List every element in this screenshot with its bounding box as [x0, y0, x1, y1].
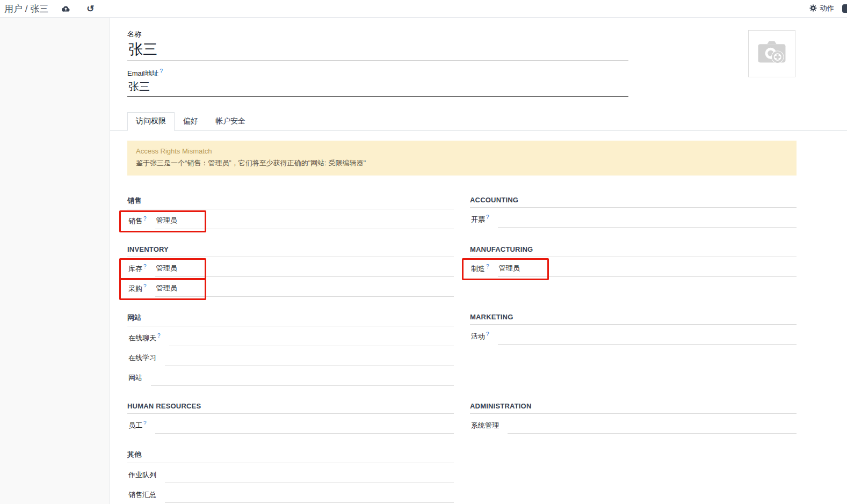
help-icon[interactable]: ? [486, 214, 489, 220]
undo-icon: ↺ [86, 4, 94, 13]
section-title: MARKETING [470, 313, 797, 325]
access-field-row: 活动? [470, 328, 797, 345]
field-value-select[interactable] [498, 214, 797, 228]
field-value-select[interactable]: 管理员 [498, 264, 797, 277]
cloud-upload-icon [61, 5, 70, 12]
field-label: 系统管理 [470, 421, 499, 434]
section-title: HUMAN RESOURCES [127, 402, 454, 414]
avatar-upload-box[interactable] [748, 30, 795, 77]
email-input[interactable]: 张三 [127, 78, 628, 97]
banner-title: Access Rights Mismatch [136, 147, 788, 155]
email-help-icon[interactable]: ? [160, 68, 163, 74]
empty-grid-cell [470, 450, 797, 503]
field-label: 在线聊天? [127, 333, 161, 346]
access-field-row: 采购?管理员 [127, 281, 454, 297]
access-rights-mismatch-banner: Access Rights Mismatch 鉴于张三是一个“销售：管理员”，它… [127, 141, 797, 176]
field-label: 销售? [127, 216, 147, 229]
section-title: ADMINISTRATION [470, 402, 797, 414]
top-control-bar: 用户 / 张三 ↺ 动作 [0, 0, 847, 18]
access-field-row: 作业队列 [127, 467, 454, 483]
access-group-section: HUMAN RESOURCES员工? [127, 402, 454, 434]
access-group-section: INVENTORY库存?管理员采购?管理员 [127, 245, 454, 297]
field-value-select[interactable] [165, 470, 454, 483]
field-label: 开票? [470, 214, 489, 228]
help-icon[interactable]: ? [486, 331, 489, 337]
section-title: INVENTORY [127, 245, 454, 257]
help-icon[interactable]: ? [143, 264, 147, 269]
access-field-row: 开票? [470, 211, 797, 228]
access-group-section: 其他作业队列销售汇总 [127, 450, 454, 503]
field-label: 在线学习 [127, 353, 156, 366]
gear-icon [809, 4, 817, 13]
field-value-select[interactable] [155, 420, 454, 434]
field-label: 制造? [470, 264, 489, 277]
field-value-select[interactable] [169, 333, 454, 346]
access-group-section: 网站在线聊天?在线学习网站 [127, 313, 454, 386]
access-group-section: MARKETING活动? [470, 313, 797, 386]
help-icon[interactable]: ? [143, 283, 147, 289]
access-field-row: 在线学习 [127, 350, 454, 366]
field-value-select[interactable] [151, 372, 454, 386]
tab-account-security[interactable]: 帐户安全 [207, 112, 254, 131]
access-field-row: 网站 [127, 370, 454, 386]
save-cloud-button[interactable] [58, 4, 74, 13]
name-field-label: 名称 [127, 30, 628, 39]
banner-message: 鉴于张三是一个“销售：管理员”，它们将至少获得正确的"网站: 受限编辑器" [136, 158, 788, 168]
help-icon[interactable]: ? [157, 333, 161, 339]
field-value-select[interactable] [165, 353, 454, 366]
actions-label: 动作 [820, 4, 834, 13]
access-field-row: 系统管理 [470, 418, 797, 434]
tab-access-rights[interactable]: 访问权限 [127, 112, 175, 131]
clipped-edge-icon[interactable] [842, 4, 847, 13]
access-field-row: 制造?管理员 [470, 261, 797, 277]
field-value-select[interactable] [165, 490, 454, 503]
help-icon[interactable]: ? [143, 216, 147, 222]
email-field-label: Email地址? [127, 68, 628, 78]
access-field-row: 销售?管理员 [127, 213, 454, 229]
access-field-row: 在线聊天? [127, 330, 454, 346]
access-group-section: 销售销售?管理员 [127, 196, 454, 229]
user-form-sheet: 名称 张三 Email地址? 张三 访问权限 偏好 帐户安全 Access Ri… [110, 18, 847, 504]
camera-plus-icon [755, 38, 788, 70]
field-label: 网站 [127, 373, 142, 386]
field-value-select[interactable]: 管理员 [155, 216, 454, 229]
tab-preferences[interactable]: 偏好 [175, 112, 207, 131]
name-input[interactable]: 张三 [127, 39, 628, 61]
field-label: 作业队列 [127, 470, 156, 483]
field-value-select[interactable] [508, 420, 797, 434]
section-title: 网站 [127, 313, 454, 326]
actions-menu-button[interactable]: 动作 [809, 4, 834, 13]
breadcrumb[interactable]: 用户 / 张三 [4, 3, 48, 15]
field-value-select[interactable] [498, 331, 797, 345]
access-rights-grid: 销售销售?管理员ACCOUNTING开票?INVENTORY库存?管理员采购?管… [127, 196, 797, 503]
form-tab-bar: 访问权限 偏好 帐户安全 [110, 112, 847, 131]
access-group-section: MANUFACTURING制造?管理员 [470, 245, 797, 297]
help-icon[interactable]: ? [143, 420, 147, 426]
field-label: 库存? [127, 264, 147, 277]
field-label: 采购? [127, 283, 147, 297]
help-icon[interactable]: ? [486, 264, 489, 269]
access-field-row: 员工? [127, 418, 454, 434]
section-title: 其他 [127, 450, 454, 463]
access-field-row: 库存?管理员 [127, 261, 454, 277]
access-group-section: ADMINISTRATION系统管理 [470, 402, 797, 434]
section-title: ACCOUNTING [470, 196, 797, 208]
field-value-select[interactable]: 管理员 [155, 283, 454, 297]
discard-undo-button[interactable]: ↺ [83, 3, 97, 14]
section-title: 销售 [127, 196, 454, 209]
access-group-section: ACCOUNTING开票? [470, 196, 797, 229]
field-label: 活动? [470, 331, 489, 345]
section-title: MANUFACTURING [470, 245, 797, 257]
field-value-select[interactable]: 管理员 [155, 264, 454, 277]
left-background-panel [0, 18, 110, 504]
access-field-row: 销售汇总 [127, 487, 454, 503]
field-label: 销售汇总 [127, 490, 156, 503]
field-label: 员工? [127, 420, 147, 434]
